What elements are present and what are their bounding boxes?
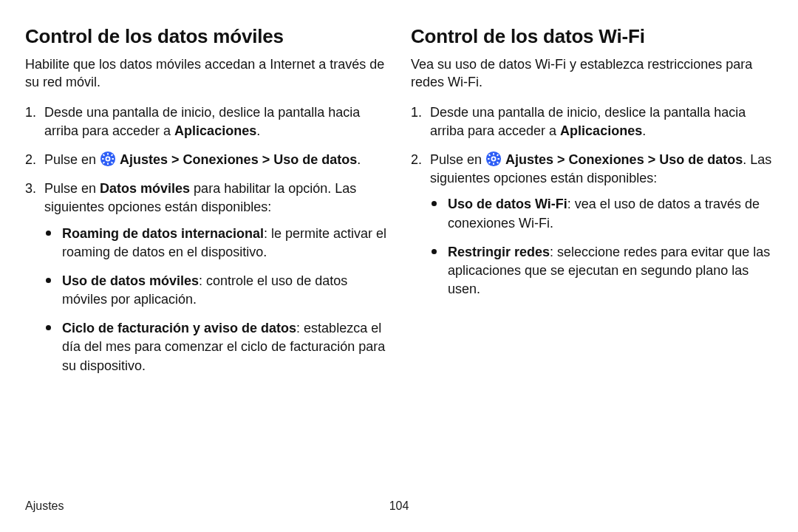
step-bold: Aplicaciones bbox=[560, 123, 642, 138]
heading-mobile-data: Control de los datos móviles bbox=[25, 25, 387, 48]
bullet-item: Uso de datos móviles: controle el uso de… bbox=[44, 272, 387, 309]
bullet-item: Roaming de datos internacional: le permi… bbox=[44, 225, 387, 262]
bullet-item: Restringir redes: seleccione redes para … bbox=[430, 243, 773, 299]
step-text: . bbox=[256, 123, 260, 138]
bullet-bold: Roaming de datos internacional bbox=[62, 226, 264, 241]
steps-mobile-data: Desde una pantalla de inicio, deslice la… bbox=[25, 103, 387, 375]
svg-rect-10 bbox=[493, 153, 494, 155]
step-bold: Ajustes > Conexiones > Uso de datos bbox=[120, 152, 357, 167]
page-footer: Ajustes 104 bbox=[0, 488, 798, 525]
bullets-mobile-data: Roaming de datos internacional: le permi… bbox=[44, 225, 387, 375]
bullet-bold: Uso de datos Wi-Fi bbox=[448, 197, 567, 211]
step-bold: Aplicaciones bbox=[174, 123, 256, 138]
svg-rect-11 bbox=[493, 163, 494, 165]
step-item: Desde una pantalla de inicio, deslice la… bbox=[25, 103, 387, 140]
bullet-bold: Restringir redes bbox=[448, 245, 550, 259]
settings-gear-icon bbox=[100, 151, 116, 167]
step-bold: Datos móviles bbox=[100, 181, 190, 196]
column-mobile-data: Control de los datos móviles Habilite qu… bbox=[25, 25, 387, 488]
svg-rect-12 bbox=[488, 158, 490, 160]
page-content: Control de los datos móviles Habilite qu… bbox=[0, 0, 798, 488]
step-bold: Ajustes > Conexiones > Uso de datos bbox=[505, 152, 743, 167]
svg-rect-2 bbox=[107, 163, 109, 165]
svg-rect-1 bbox=[107, 153, 109, 155]
step-text: Pulse en bbox=[44, 181, 100, 196]
bullet-item: Ciclo de facturación y aviso de datos: e… bbox=[44, 319, 387, 375]
bullet-bold: Uso de datos móviles bbox=[62, 273, 199, 288]
steps-wifi-data: Desde una pantalla de inicio, deslice la… bbox=[411, 103, 773, 299]
step-item: Pulse en Ajustes > Conexiones > Uso de d… bbox=[25, 151, 387, 169]
svg-rect-3 bbox=[102, 158, 104, 160]
step-text: Pulse en bbox=[430, 152, 485, 167]
footer-section: Ajustes bbox=[25, 499, 389, 513]
column-wifi-data: Control de los datos Wi-Fi Vea su uso de… bbox=[411, 25, 773, 488]
bullet-bold: Ciclo de facturación y aviso de datos bbox=[62, 321, 296, 335]
svg-rect-13 bbox=[497, 158, 499, 160]
svg-rect-4 bbox=[112, 158, 114, 160]
bullet-item: Uso de datos Wi-Fi: vea el uso de datos … bbox=[430, 195, 773, 232]
step-item: Desde una pantalla de inicio, deslice la… bbox=[411, 103, 773, 140]
bullets-wifi-data: Uso de datos Wi-Fi: vea el uso de datos … bbox=[430, 195, 773, 299]
settings-gear-icon bbox=[485, 151, 502, 167]
step-item: Pulse en Ajustes > Conexiones > Uso de d… bbox=[411, 151, 773, 299]
footer-page-number: 104 bbox=[389, 499, 409, 513]
heading-wifi-data: Control de los datos Wi-Fi bbox=[411, 25, 773, 48]
step-text: . bbox=[642, 123, 646, 138]
step-text: Pulse en bbox=[44, 152, 100, 167]
intro-wifi-data: Vea su uso de datos Wi-Fi y establezca r… bbox=[411, 55, 773, 92]
step-item: Pulse en Datos móviles para habilitar la… bbox=[25, 180, 387, 375]
intro-mobile-data: Habilite que los datos móviles accedan a… bbox=[25, 55, 387, 92]
step-text: . bbox=[357, 152, 361, 167]
